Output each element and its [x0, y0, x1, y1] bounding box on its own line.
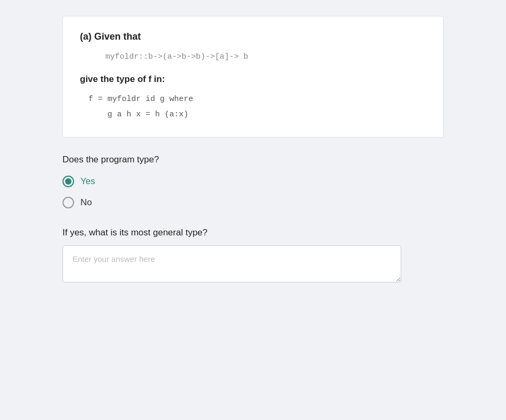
given-that-label: (a) Given that: [80, 31, 426, 42]
no-label: No: [80, 197, 92, 208]
radio-group: Yes No: [62, 176, 444, 208]
f-code-block: f = myfoldr id g where g a h x = h (a:x): [88, 92, 426, 122]
does-program-type-label: Does the program type?: [62, 154, 444, 165]
main-container: (a) Given that myfoldr::b->(a->b->b)->[a…: [62, 16, 444, 404]
radio-no-outer[interactable]: [62, 197, 74, 208]
yes-label: Yes: [80, 176, 95, 187]
radio-yes-inner: [65, 178, 71, 185]
answer-input[interactable]: [62, 245, 401, 282]
f-line1: f = myfoldr id g where: [88, 92, 426, 107]
radio-option-no[interactable]: No: [62, 197, 444, 208]
radio-yes-outer[interactable]: [62, 176, 74, 187]
question-block: (a) Given that myfoldr::b->(a->b->b)->[a…: [62, 16, 444, 138]
radio-option-yes[interactable]: Yes: [62, 176, 444, 187]
give-type-label: give the type of f in:: [80, 74, 426, 85]
f-line2: g a h x = h (a:x): [88, 107, 426, 123]
if-yes-label: If yes, what is its most general type?: [62, 227, 444, 238]
code-signature: myfoldr::b->(a->b->b)->[a]-> b: [105, 51, 426, 63]
